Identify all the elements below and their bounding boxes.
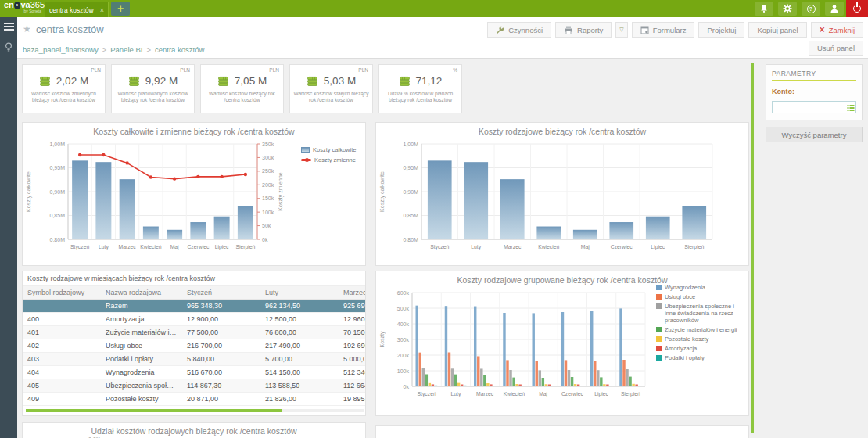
bell-icon xyxy=(759,4,769,13)
czynnosci-button[interactable]: Czynności xyxy=(487,22,551,38)
table-row[interactable]: 404Wynagrodzenia516 670,00514 150,00512 … xyxy=(23,365,366,379)
tab-close-icon[interactable]: × xyxy=(100,6,104,14)
kpi-card: PLN7,05 MWartość kosztów bieżący rok /ce… xyxy=(200,64,284,113)
bar-chart-title: Koszty rodzajowe bieżący rok /centra kos… xyxy=(376,123,748,138)
table-row[interactable]: 401Zużycie materiałów i energii77 500,00… xyxy=(23,325,366,339)
favorite-star-icon[interactable]: ★ xyxy=(23,23,31,34)
table-row[interactable]: 400Amortyzacja12 900,0012 500,0012 960,0… xyxy=(23,312,366,325)
table-row[interactable]: 409Pozostałe koszty20 871,0021 826,0019 … xyxy=(23,392,366,405)
kpi-value: 2,02 M xyxy=(56,75,88,87)
menu-icon[interactable] xyxy=(4,23,14,31)
legend-item: Amortyzacja xyxy=(656,345,745,352)
kpi-card: PLN9,92 MWartość planowanych kosztów bie… xyxy=(111,64,195,113)
coins-icon xyxy=(307,76,318,87)
svg-text:200k: 200k xyxy=(397,353,410,358)
breadcrumb-item[interactable]: baza_panel_finansowy xyxy=(23,45,99,54)
grouped-chart-card: Koszty rodzajowe grupowane bieżący rok /… xyxy=(375,271,749,416)
svg-text:0,90M: 0,90M xyxy=(404,189,419,195)
assistant-icon[interactable] xyxy=(4,41,14,56)
svg-text:Lipiec: Lipiec xyxy=(594,391,608,397)
konto-input[interactable] xyxy=(772,101,856,113)
bottom-right-card xyxy=(375,425,749,438)
kpi-label: Udział % kosztów w planach bieżący rok /… xyxy=(379,91,461,103)
table-column-header[interactable]: Luty xyxy=(260,286,339,299)
coins-icon xyxy=(39,76,51,87)
kpi-label: Wartość kosztów bieżący rok /centra kosz… xyxy=(201,91,283,103)
table-column-header[interactable]: Nazwa rodzajowa xyxy=(101,286,182,299)
svg-text:0k: 0k xyxy=(262,237,268,242)
series-swatch-icon xyxy=(656,355,662,361)
notifications-button[interactable] xyxy=(755,2,773,16)
table-row[interactable]: 403Podatki i opłaty5 840,005 700,005 000… xyxy=(23,352,366,365)
svg-text:Maj: Maj xyxy=(539,391,547,397)
svg-text:Sierpień: Sierpień xyxy=(235,244,255,250)
bar-swatch-icon xyxy=(301,147,310,153)
table-row[interactable]: 402Usługi obce216 700,00217 490,00192 69… xyxy=(23,339,366,352)
svg-text:Kwiecień: Kwiecień xyxy=(504,391,525,397)
main-scrollbar[interactable] xyxy=(751,63,754,433)
formularz-button[interactable]: Formularz xyxy=(632,22,695,38)
help-button[interactable]: ? xyxy=(802,2,820,16)
pie-chart-title: Udział kosztów rodzajowych bieżący rok /… xyxy=(23,423,365,436)
topbar: en›va365 by Soneta centra kosztów × + ? xyxy=(0,0,868,17)
kopiuj-panel-label: Kopiuj panel xyxy=(757,26,798,34)
breadcrumb-item[interactable]: Panele BI xyxy=(110,45,142,54)
breadcrumb-separator: > xyxy=(146,45,151,54)
table-summary-row[interactable]: Razem965 348,30962 134,50925 699,60 xyxy=(23,299,366,312)
svg-text:Marzec: Marzec xyxy=(118,244,136,250)
kpi-unit: PLN xyxy=(269,67,279,73)
svg-text:Koszty całkowite: Koszty całkowite xyxy=(379,171,386,212)
table-row[interactable]: 405Ubezpieczenia społeczne i inne...114 … xyxy=(23,379,366,392)
svg-text:150k: 150k xyxy=(262,196,274,201)
usun-panel-button[interactable]: Usuń panel xyxy=(809,41,863,56)
combo-chart-legend: Koszty całkowiteKoszty zmienne xyxy=(301,146,364,163)
clear-parameters-button[interactable]: Wyczyść parametry xyxy=(766,127,863,142)
question-icon: ? xyxy=(807,5,816,13)
settings-button[interactable] xyxy=(778,2,797,16)
svg-text:100k: 100k xyxy=(397,368,410,374)
logout-button[interactable] xyxy=(846,0,868,17)
svg-text:Sierpień: Sierpień xyxy=(684,244,704,250)
projektuj-button[interactable]: Projektuj xyxy=(698,22,744,38)
projektuj-label: Projektuj xyxy=(707,26,736,34)
table-column-header[interactable]: Symbol rodzajowy xyxy=(23,286,101,299)
kpi-value: 5,03 M xyxy=(324,75,356,87)
svg-text:200k: 200k xyxy=(262,182,274,188)
user-button[interactable] xyxy=(825,2,844,16)
table-scrollbar-thumb[interactable] xyxy=(26,409,282,412)
kpi-unit: PLN xyxy=(358,67,368,73)
svg-text:Marzec: Marzec xyxy=(476,391,494,397)
kopiuj-panel-button[interactable]: Kopiuj panel xyxy=(748,22,806,38)
raporty-dropdown-button[interactable]: ▽ xyxy=(615,22,627,38)
breadcrumb-item[interactable]: centra kosztów xyxy=(155,45,204,54)
page-header: ★ centra kosztów Czynności Raporty ▽ For… xyxy=(17,17,868,59)
bar-chart-svg: 1,00M0,95M0,90M0,85M0,80MStyczeńLutyMarz… xyxy=(376,138,748,264)
svg-text:Kwiecień: Kwiecień xyxy=(538,244,559,250)
lookup-list-icon[interactable] xyxy=(847,101,855,115)
svg-text:Lipiec: Lipiec xyxy=(651,244,665,250)
tab-centra-kosztow[interactable]: centra kosztów × xyxy=(45,2,109,17)
form-icon xyxy=(640,26,649,34)
zamknij-button[interactable]: × Zamknij xyxy=(811,22,863,38)
svg-text:300k: 300k xyxy=(262,155,274,160)
toolbar-buttons: Czynności Raporty ▽ Formularz Projektuj … xyxy=(487,22,863,38)
svg-text:50k: 50k xyxy=(262,223,271,228)
table-column-header[interactable]: Marzec xyxy=(339,286,366,299)
svg-text:Marzec: Marzec xyxy=(504,244,522,250)
svg-text:Luty: Luty xyxy=(471,244,481,250)
coins-icon xyxy=(399,76,411,87)
kpi-unit: % xyxy=(453,67,457,73)
parameters-card: PARAMETRY Konto: xyxy=(766,64,863,120)
table-scrollbar[interactable] xyxy=(26,409,364,412)
table-column-header[interactable]: Styczeń xyxy=(182,286,260,299)
logo-text: en xyxy=(4,1,14,9)
legend-item: Koszty całkowite xyxy=(301,146,364,153)
svg-text:Styczeń: Styczeń xyxy=(70,244,89,250)
raporty-button[interactable]: Raporty xyxy=(555,22,612,38)
new-tab-button[interactable]: + xyxy=(111,2,130,16)
svg-text:Lipiec: Lipiec xyxy=(215,244,229,250)
pie-chart-card: Udział kosztów rodzajowych bieżący rok /… xyxy=(22,422,366,438)
svg-text:350k: 350k xyxy=(262,142,274,147)
legend-item: Zużycie materiałów i energii xyxy=(656,326,745,333)
coins-icon xyxy=(217,76,229,87)
